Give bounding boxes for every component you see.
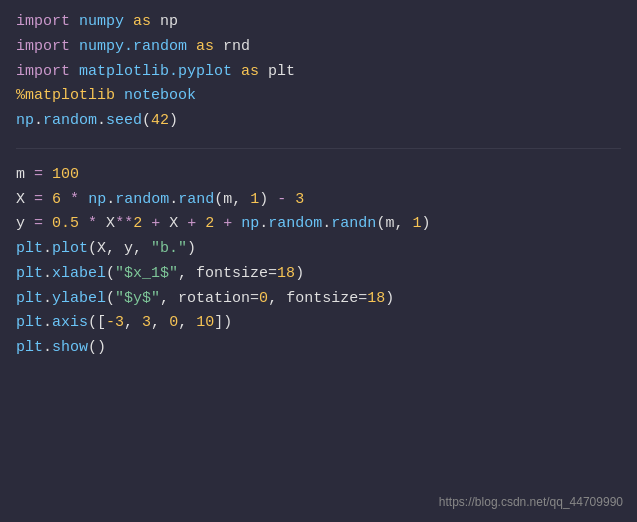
code-token-white: () bbox=[88, 336, 106, 361]
code-token-alias: as bbox=[241, 60, 259, 85]
code-token-white: ) bbox=[385, 287, 394, 312]
code-line: plt.xlabel("$x_1$", fontsize=18) bbox=[16, 262, 621, 287]
code-token-white: ( bbox=[106, 262, 115, 287]
code-token-white: ) bbox=[169, 109, 178, 134]
code-token-white: (m, bbox=[376, 212, 412, 237]
code-token-white: , rotation= bbox=[160, 287, 259, 312]
code-token-mod: plt bbox=[16, 262, 43, 287]
code-token-func: rand bbox=[178, 188, 214, 213]
code-token-white: ) bbox=[295, 262, 304, 287]
code-token-white: . bbox=[322, 212, 331, 237]
code-token-num: 0.5 bbox=[52, 212, 79, 237]
code-token-white bbox=[70, 10, 79, 35]
code-token-white: . bbox=[43, 336, 52, 361]
code-token-num: 2 bbox=[205, 212, 214, 237]
code-line: plt.plot(X, y, "b.") bbox=[16, 237, 621, 262]
code-token-white: . bbox=[34, 109, 43, 134]
code-token-op: = bbox=[34, 188, 43, 213]
code-token-white: , bbox=[151, 311, 169, 336]
code-token-alias: as bbox=[196, 35, 214, 60]
code-token-white: , bbox=[178, 311, 196, 336]
code-token-white: ([ bbox=[88, 311, 106, 336]
code-token-op: + bbox=[187, 212, 196, 237]
code-token-white bbox=[115, 84, 124, 109]
code-token-white: ( bbox=[106, 287, 115, 312]
code-line: import numpy.random as rnd bbox=[16, 35, 621, 60]
code-token-white bbox=[196, 212, 205, 237]
code-token-op: * bbox=[88, 212, 97, 237]
code-token-white: , bbox=[124, 311, 142, 336]
code-token-var: X bbox=[16, 188, 25, 213]
code-container: import numpy as npimport numpy.random as… bbox=[0, 0, 637, 522]
code-token-white: . bbox=[43, 311, 52, 336]
code-token-white: ( bbox=[142, 109, 151, 134]
code-token-func: randn bbox=[331, 212, 376, 237]
code-block-2: m = 100X = 6 * np.random.rand(m, 1) - 3y… bbox=[16, 163, 621, 361]
code-line: import matplotlib.pyplot as plt bbox=[16, 60, 621, 85]
code-token-white bbox=[70, 60, 79, 85]
code-token-kw: import bbox=[16, 35, 70, 60]
code-token-func: axis bbox=[52, 311, 88, 336]
code-token-white: . bbox=[97, 109, 106, 134]
code-token-white: (m, bbox=[214, 188, 250, 213]
code-token-num: 3 bbox=[295, 188, 304, 213]
watermark: https://blog.csdn.net/qq_44709990 bbox=[439, 493, 623, 512]
code-token-func: random bbox=[115, 188, 169, 213]
code-token-white bbox=[25, 163, 34, 188]
code-token-white: rnd bbox=[223, 35, 250, 60]
code-block-1: import numpy as npimport numpy.random as… bbox=[16, 10, 621, 149]
code-token-mod: np bbox=[241, 212, 259, 237]
code-token-num: 18 bbox=[367, 287, 385, 312]
code-line: X = 6 * np.random.rand(m, 1) - 3 bbox=[16, 188, 621, 213]
code-token-white: , fontsize= bbox=[268, 287, 367, 312]
code-token-str: "$y$" bbox=[115, 287, 160, 312]
code-token-num: 6 bbox=[52, 188, 61, 213]
code-token-white: (X, y, bbox=[88, 237, 151, 262]
code-token-num: -3 bbox=[106, 311, 124, 336]
code-token-mod: numpy bbox=[79, 10, 124, 35]
code-token-white bbox=[25, 212, 34, 237]
code-token-func: ylabel bbox=[52, 287, 106, 312]
code-token-white: . bbox=[43, 287, 52, 312]
code-token-func: xlabel bbox=[52, 262, 106, 287]
code-token-func: random bbox=[43, 109, 97, 134]
code-token-white: . bbox=[106, 188, 115, 213]
code-token-white bbox=[79, 188, 88, 213]
code-token-mod: numpy.random bbox=[79, 35, 187, 60]
code-token-str: "b." bbox=[151, 237, 187, 262]
code-token-num: 10 bbox=[196, 311, 214, 336]
code-token-white bbox=[25, 188, 34, 213]
code-token-magic-val: notebook bbox=[124, 84, 196, 109]
code-token-white bbox=[124, 10, 133, 35]
code-token-mod: plt bbox=[16, 336, 43, 361]
code-token-func: seed bbox=[106, 109, 142, 134]
code-token-kw: import bbox=[16, 60, 70, 85]
code-line: plt.axis([-3, 3, 0, 10]) bbox=[16, 311, 621, 336]
code-token-white: ) bbox=[259, 188, 277, 213]
code-token-var: m bbox=[16, 163, 25, 188]
code-token-func: plot bbox=[52, 237, 88, 262]
code-token-white bbox=[187, 35, 196, 60]
code-token-func: random bbox=[268, 212, 322, 237]
code-token-white: . bbox=[43, 262, 52, 287]
code-token-op: + bbox=[223, 212, 232, 237]
code-token-white: . bbox=[259, 212, 268, 237]
code-token-num: 2 bbox=[133, 212, 142, 237]
code-token-white bbox=[142, 212, 151, 237]
code-token-white: X bbox=[160, 212, 187, 237]
code-token-white bbox=[259, 60, 268, 85]
code-token-mod: plt bbox=[16, 287, 43, 312]
code-token-mod: np bbox=[88, 188, 106, 213]
code-line: import numpy as np bbox=[16, 10, 621, 35]
code-token-mod: plt bbox=[16, 237, 43, 262]
code-token-op: + bbox=[151, 212, 160, 237]
code-token-white bbox=[232, 60, 241, 85]
code-token-op: = bbox=[34, 212, 43, 237]
code-token-white bbox=[232, 212, 241, 237]
code-token-magic: %matplotlib bbox=[16, 84, 115, 109]
code-token-white: ) bbox=[421, 212, 430, 237]
code-token-white: , fontsize= bbox=[178, 262, 277, 287]
code-token-white: . bbox=[43, 237, 52, 262]
code-token-num: 100 bbox=[52, 163, 79, 188]
code-token-kw: import bbox=[16, 10, 70, 35]
